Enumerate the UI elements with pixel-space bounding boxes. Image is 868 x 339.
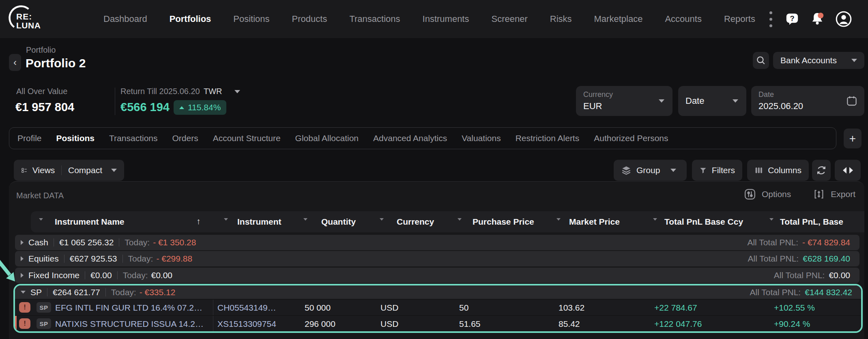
- options-button[interactable]: Options: [762, 189, 791, 199]
- return-mode-caret-icon[interactable]: [234, 90, 240, 93]
- col-purchase-price[interactable]: Purchase Price: [473, 211, 534, 232]
- nav-instruments[interactable]: Instruments: [423, 14, 469, 24]
- more-menu-icon[interactable]: [767, 11, 775, 27]
- chevron-right-icon[interactable]: [849, 167, 853, 174]
- add-tab-button[interactable]: +: [844, 129, 862, 148]
- refresh-icon: [816, 165, 827, 176]
- nav-positions[interactable]: Positions: [233, 14, 269, 24]
- date-mode-select[interactable]: Date: [678, 86, 746, 116]
- col-total-pnl-base-ccy[interactable]: Total PnL Base Ccy: [664, 211, 743, 232]
- instrument-isin[interactable]: CH05543149…: [217, 303, 276, 313]
- col-total-pnl-base[interactable]: Total PnL, Base: [780, 211, 843, 232]
- currency-select[interactable]: Currency EUR: [576, 86, 672, 116]
- export-button[interactable]: Export: [831, 189, 855, 199]
- today-value: - €1 350.28: [153, 238, 196, 247]
- help-icon[interactable]: ?: [785, 12, 799, 26]
- group-row-equities[interactable]: Equities €627 925.53 Today: - €299.88 Al…: [15, 251, 859, 266]
- stats-divider: [115, 88, 115, 115]
- column-menu-icon[interactable]: [303, 221, 307, 228]
- expand-chevron-icon[interactable]: [21, 256, 24, 261]
- column-divider: [213, 316, 213, 331]
- bank-accounts-label: Bank Accounts: [780, 56, 837, 65]
- search-button[interactable]: [753, 52, 769, 69]
- tab-transactions[interactable]: Transactions: [109, 133, 157, 143]
- sp-badge: SP: [37, 318, 51, 329]
- instrument-row-efg[interactable]: ! SP EFG INTL FIN GUR LTD 16.4% 07.2… CH…: [15, 300, 861, 315]
- alert-icon: !: [19, 318, 30, 329]
- instrument-row-natixis[interactable]: ! SP NATIXIS STRUCTURED ISSUA 14.2… XS15…: [15, 316, 861, 331]
- expand-chevron-icon[interactable]: [21, 273, 24, 278]
- refresh-button[interactable]: [812, 160, 831, 181]
- sort-asc-icon[interactable]: ↑: [196, 217, 201, 226]
- group-button[interactable]: Group: [614, 160, 687, 181]
- notifications-icon[interactable]: [810, 11, 825, 27]
- tab-restriction-alerts[interactable]: Restriction Alerts: [516, 133, 580, 143]
- nav-portfolios[interactable]: Portfolios: [170, 14, 211, 24]
- tab-positions[interactable]: Positions: [56, 133, 95, 143]
- market-price-cell: 85.42: [559, 319, 580, 329]
- col-instrument[interactable]: Instrument: [237, 211, 281, 232]
- nav-marketplace[interactable]: Marketplace: [594, 14, 643, 24]
- bank-accounts-dropdown[interactable]: Bank Accounts: [773, 52, 864, 69]
- date-field[interactable]: Date 2025.06.20: [751, 86, 864, 116]
- chevron-left-icon[interactable]: [843, 167, 847, 174]
- avatar-icon[interactable]: [836, 11, 852, 27]
- quantity-cell: 50 000: [305, 303, 331, 313]
- views-selector[interactable]: Views Compact: [14, 160, 124, 181]
- group-label: Group: [636, 165, 660, 175]
- columns-icon: [754, 165, 763, 175]
- group-row-cash[interactable]: Cash €1 065 256.32 Today: - €1 350.28 Al…: [15, 235, 859, 250]
- market-data-panel: Market DATA Options Export Instrument Na…: [9, 181, 864, 339]
- column-menu-icon[interactable]: [224, 221, 228, 228]
- back-button[interactable]: ‹: [9, 54, 21, 71]
- tab-account-structure[interactable]: Account Structure: [213, 133, 281, 143]
- columns-button[interactable]: Columns: [747, 160, 809, 181]
- tab-advanced-analytics[interactable]: Advanced Analytics: [373, 133, 447, 143]
- instrument-name[interactable]: EFG INTL FIN GUR LTD 16.4% 07.2…: [55, 303, 202, 313]
- column-menu-icon[interactable]: [380, 221, 384, 228]
- group-row-sp[interactable]: SP €264 621.77 Today: - €335.12 All Tota…: [15, 285, 861, 299]
- return-percent-badge: 115.84%: [174, 100, 226, 115]
- col-currency[interactable]: Currency: [397, 211, 434, 232]
- col-instrument-name[interactable]: Instrument Name: [55, 211, 125, 232]
- tab-orders[interactable]: Orders: [172, 133, 198, 143]
- group-row-fixed-income[interactable]: Fixed Income €0.00 Today: €0.00 All Tota…: [15, 268, 859, 283]
- all-total-pnl-label: All Total PNL:: [774, 270, 825, 280]
- date-mode-label: Date: [685, 96, 704, 106]
- all-total-pnl-value: €0.00: [829, 270, 850, 280]
- column-menu-icon[interactable]: [458, 221, 462, 228]
- nav-screener[interactable]: Screener: [491, 14, 527, 24]
- col-quantity[interactable]: Quantity: [321, 211, 356, 232]
- collapse-chevron-icon[interactable]: [21, 291, 26, 294]
- instrument-isin[interactable]: XS1513309754: [217, 319, 276, 329]
- column-menu-icon[interactable]: [556, 221, 561, 228]
- instrument-name[interactable]: NATIXIS STRUCTURED ISSUA 14.2…: [55, 319, 204, 329]
- all-total-pnl-label: All Total PNL:: [750, 288, 801, 297]
- tab-authorized-persons[interactable]: Authorized Persons: [594, 133, 668, 143]
- tab-global-allocation[interactable]: Global Allocation: [295, 133, 359, 143]
- nav-products[interactable]: Products: [292, 14, 327, 24]
- portfolio-eyebrow: Portfolio: [26, 45, 56, 55]
- calendar-icon: [846, 95, 858, 107]
- return-mode[interactable]: TWR: [204, 87, 222, 96]
- column-menu-icon[interactable]: [653, 221, 657, 228]
- column-menu-icon[interactable]: [769, 221, 773, 228]
- nav-transactions[interactable]: Transactions: [349, 14, 400, 24]
- all-total-pnl-value: €144 832.42: [805, 288, 852, 297]
- nav-risks[interactable]: Risks: [550, 14, 572, 24]
- nav-accounts[interactable]: Accounts: [665, 14, 702, 24]
- views-value: Compact: [68, 165, 102, 175]
- tab-profile[interactable]: Profile: [17, 133, 42, 143]
- tab-valuations[interactable]: Valuations: [462, 133, 501, 143]
- brand-logo[interactable]: RE: LUNA: [0, 0, 47, 38]
- nav-reports[interactable]: Reports: [724, 14, 755, 24]
- nav-dashboard[interactable]: Dashboard: [103, 14, 147, 24]
- expand-chevron-icon[interactable]: [21, 240, 24, 245]
- column-menu-icon[interactable]: [39, 221, 43, 228]
- filters-button[interactable]: Filters: [692, 160, 742, 181]
- sp-highlight-box: SP €264 621.77 Today: - €335.12 All Tota…: [13, 284, 863, 333]
- return-percent: 115.84%: [188, 103, 221, 112]
- pager-buttons[interactable]: [835, 160, 861, 181]
- col-market-price[interactable]: Market Price: [569, 211, 620, 232]
- table-header: Instrument Name ↑ Instrument Quantity Cu…: [31, 211, 864, 232]
